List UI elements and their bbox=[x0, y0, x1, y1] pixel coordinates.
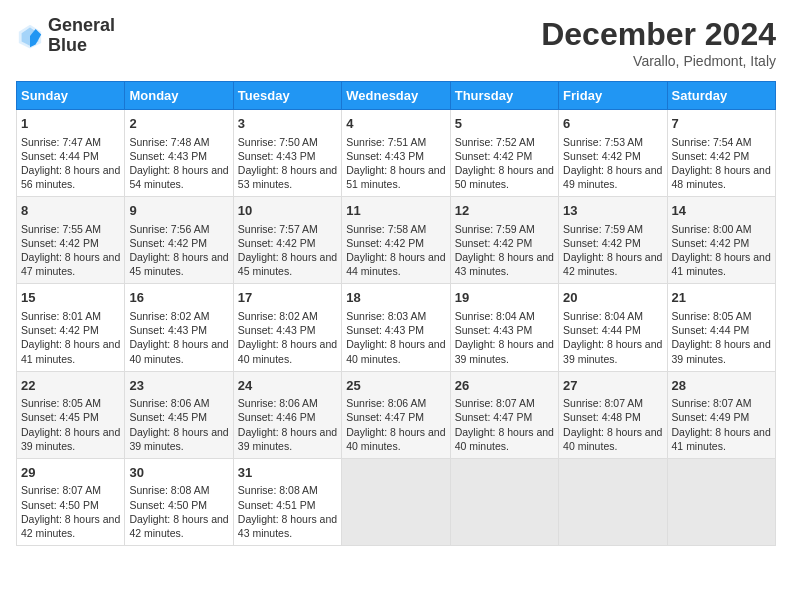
sunrise-text: Sunrise: 8:04 AM bbox=[563, 309, 662, 323]
calendar-cell: 20Sunrise: 8:04 AMSunset: 4:44 PMDayligh… bbox=[559, 284, 667, 371]
sunset-text: Sunset: 4:42 PM bbox=[21, 323, 120, 337]
daylight-text: Daylight: 8 hours and 56 minutes. bbox=[21, 163, 120, 191]
day-number: 28 bbox=[672, 377, 771, 395]
daylight-text: Daylight: 8 hours and 39 minutes. bbox=[563, 337, 662, 365]
day-number: 3 bbox=[238, 115, 337, 133]
daylight-text: Daylight: 8 hours and 40 minutes. bbox=[129, 337, 228, 365]
day-number: 2 bbox=[129, 115, 228, 133]
sunset-text: Sunset: 4:47 PM bbox=[346, 410, 445, 424]
calendar-cell: 25Sunrise: 8:06 AMSunset: 4:47 PMDayligh… bbox=[342, 371, 450, 458]
daylight-text: Daylight: 8 hours and 42 minutes. bbox=[129, 512, 228, 540]
daylight-text: Daylight: 8 hours and 45 minutes. bbox=[238, 250, 337, 278]
sunrise-text: Sunrise: 7:52 AM bbox=[455, 135, 554, 149]
day-number: 29 bbox=[21, 464, 120, 482]
sunrise-text: Sunrise: 7:54 AM bbox=[672, 135, 771, 149]
sunrise-text: Sunrise: 7:59 AM bbox=[563, 222, 662, 236]
day-number: 5 bbox=[455, 115, 554, 133]
logo-line2: Blue bbox=[48, 36, 115, 56]
calendar-cell: 23Sunrise: 8:06 AMSunset: 4:45 PMDayligh… bbox=[125, 371, 233, 458]
col-wednesday: Wednesday bbox=[342, 82, 450, 110]
calendar-cell bbox=[450, 458, 558, 545]
sunset-text: Sunset: 4:47 PM bbox=[455, 410, 554, 424]
sunset-text: Sunset: 4:43 PM bbox=[129, 323, 228, 337]
calendar-cell: 11Sunrise: 7:58 AMSunset: 4:42 PMDayligh… bbox=[342, 197, 450, 284]
daylight-text: Daylight: 8 hours and 39 minutes. bbox=[672, 337, 771, 365]
sunset-text: Sunset: 4:50 PM bbox=[21, 498, 120, 512]
day-number: 6 bbox=[563, 115, 662, 133]
sunrise-text: Sunrise: 8:05 AM bbox=[21, 396, 120, 410]
day-number: 25 bbox=[346, 377, 445, 395]
calendar-week-4: 22Sunrise: 8:05 AMSunset: 4:45 PMDayligh… bbox=[17, 371, 776, 458]
day-number: 12 bbox=[455, 202, 554, 220]
sunset-text: Sunset: 4:46 PM bbox=[238, 410, 337, 424]
logo-icon bbox=[16, 22, 44, 50]
sunrise-text: Sunrise: 8:04 AM bbox=[455, 309, 554, 323]
sunrise-text: Sunrise: 7:53 AM bbox=[563, 135, 662, 149]
sunrise-text: Sunrise: 8:07 AM bbox=[563, 396, 662, 410]
calendar-week-5: 29Sunrise: 8:07 AMSunset: 4:50 PMDayligh… bbox=[17, 458, 776, 545]
calendar-cell: 2Sunrise: 7:48 AMSunset: 4:43 PMDaylight… bbox=[125, 110, 233, 197]
sunrise-text: Sunrise: 7:48 AM bbox=[129, 135, 228, 149]
header-row: Sunday Monday Tuesday Wednesday Thursday… bbox=[17, 82, 776, 110]
sunrise-text: Sunrise: 8:08 AM bbox=[129, 483, 228, 497]
sunrise-text: Sunrise: 7:57 AM bbox=[238, 222, 337, 236]
daylight-text: Daylight: 8 hours and 43 minutes. bbox=[238, 512, 337, 540]
sunrise-text: Sunrise: 7:55 AM bbox=[21, 222, 120, 236]
sunset-text: Sunset: 4:42 PM bbox=[346, 236, 445, 250]
calendar-cell bbox=[342, 458, 450, 545]
daylight-text: Daylight: 8 hours and 51 minutes. bbox=[346, 163, 445, 191]
daylight-text: Daylight: 8 hours and 49 minutes. bbox=[563, 163, 662, 191]
sunset-text: Sunset: 4:43 PM bbox=[238, 149, 337, 163]
day-number: 19 bbox=[455, 289, 554, 307]
calendar-cell: 4Sunrise: 7:51 AMSunset: 4:43 PMDaylight… bbox=[342, 110, 450, 197]
sunset-text: Sunset: 4:43 PM bbox=[129, 149, 228, 163]
sunset-text: Sunset: 4:42 PM bbox=[21, 236, 120, 250]
sunrise-text: Sunrise: 7:56 AM bbox=[129, 222, 228, 236]
col-friday: Friday bbox=[559, 82, 667, 110]
calendar-cell: 22Sunrise: 8:05 AMSunset: 4:45 PMDayligh… bbox=[17, 371, 125, 458]
day-number: 11 bbox=[346, 202, 445, 220]
sunrise-text: Sunrise: 8:05 AM bbox=[672, 309, 771, 323]
col-tuesday: Tuesday bbox=[233, 82, 341, 110]
sunrise-text: Sunrise: 7:58 AM bbox=[346, 222, 445, 236]
col-sunday: Sunday bbox=[17, 82, 125, 110]
calendar-cell: 16Sunrise: 8:02 AMSunset: 4:43 PMDayligh… bbox=[125, 284, 233, 371]
daylight-text: Daylight: 8 hours and 41 minutes. bbox=[21, 337, 120, 365]
sunrise-text: Sunrise: 8:02 AM bbox=[129, 309, 228, 323]
sunset-text: Sunset: 4:42 PM bbox=[563, 149, 662, 163]
sunset-text: Sunset: 4:42 PM bbox=[455, 149, 554, 163]
page-header: General Blue December 2024 Varallo, Pied… bbox=[16, 16, 776, 69]
sunset-text: Sunset: 4:50 PM bbox=[129, 498, 228, 512]
logo-line1: General bbox=[48, 16, 115, 36]
col-thursday: Thursday bbox=[450, 82, 558, 110]
sunrise-text: Sunrise: 8:07 AM bbox=[21, 483, 120, 497]
day-number: 17 bbox=[238, 289, 337, 307]
sunset-text: Sunset: 4:45 PM bbox=[129, 410, 228, 424]
day-number: 21 bbox=[672, 289, 771, 307]
month-title: December 2024 bbox=[541, 16, 776, 53]
daylight-text: Daylight: 8 hours and 53 minutes. bbox=[238, 163, 337, 191]
location-subtitle: Varallo, Piedmont, Italy bbox=[541, 53, 776, 69]
sunrise-text: Sunrise: 8:06 AM bbox=[346, 396, 445, 410]
logo: General Blue bbox=[16, 16, 115, 56]
daylight-text: Daylight: 8 hours and 45 minutes. bbox=[129, 250, 228, 278]
day-number: 20 bbox=[563, 289, 662, 307]
calendar-cell: 27Sunrise: 8:07 AMSunset: 4:48 PMDayligh… bbox=[559, 371, 667, 458]
calendar-cell: 1Sunrise: 7:47 AMSunset: 4:44 PMDaylight… bbox=[17, 110, 125, 197]
daylight-text: Daylight: 8 hours and 48 minutes. bbox=[672, 163, 771, 191]
sunset-text: Sunset: 4:43 PM bbox=[346, 149, 445, 163]
calendar-table: Sunday Monday Tuesday Wednesday Thursday… bbox=[16, 81, 776, 546]
logo-text: General Blue bbox=[48, 16, 115, 56]
daylight-text: Daylight: 8 hours and 50 minutes. bbox=[455, 163, 554, 191]
calendar-cell bbox=[667, 458, 775, 545]
calendar-cell: 26Sunrise: 8:07 AMSunset: 4:47 PMDayligh… bbox=[450, 371, 558, 458]
sunrise-text: Sunrise: 8:08 AM bbox=[238, 483, 337, 497]
daylight-text: Daylight: 8 hours and 42 minutes. bbox=[563, 250, 662, 278]
day-number: 23 bbox=[129, 377, 228, 395]
day-number: 30 bbox=[129, 464, 228, 482]
calendar-body: 1Sunrise: 7:47 AMSunset: 4:44 PMDaylight… bbox=[17, 110, 776, 546]
sunset-text: Sunset: 4:44 PM bbox=[563, 323, 662, 337]
calendar-cell: 28Sunrise: 8:07 AMSunset: 4:49 PMDayligh… bbox=[667, 371, 775, 458]
day-number: 1 bbox=[21, 115, 120, 133]
sunset-text: Sunset: 4:42 PM bbox=[672, 149, 771, 163]
